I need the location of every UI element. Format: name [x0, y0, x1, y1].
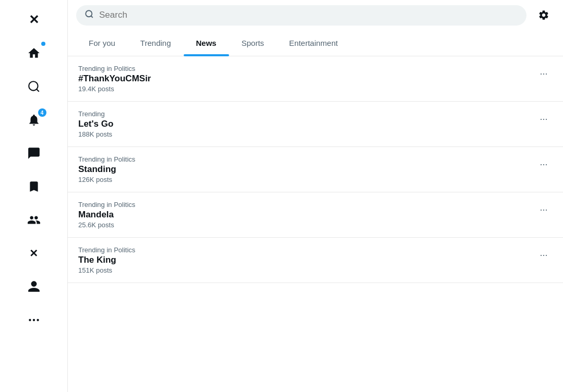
trending-info-3: Trending in Politics Mandela 25.6K posts	[78, 201, 135, 229]
sidebar: ✕ 4 ✕	[0, 0, 68, 392]
trending-title-3: Mandela	[78, 210, 135, 220]
more-button-4[interactable]: ···	[535, 246, 553, 264]
tab-entertainment[interactable]: Entertainment	[277, 30, 350, 56]
main-content: For you Trending News Sports Entertainme…	[68, 0, 563, 392]
sidebar-item-x-logo[interactable]: ✕	[18, 4, 50, 35]
more-button-3[interactable]: ···	[535, 201, 553, 218]
trending-category-3: Trending in Politics	[78, 201, 135, 209]
sidebar-item-bookmarks[interactable]	[18, 171, 50, 202]
tab-trending[interactable]: Trending	[128, 30, 184, 56]
tabs-bar: For you Trending News Sports Entertainme…	[68, 30, 563, 56]
more-button-0[interactable]: ···	[535, 65, 553, 82]
header	[68, 0, 563, 30]
more-button-1[interactable]: ···	[535, 110, 553, 128]
trending-title-0: #ThankYouCMSir	[78, 74, 151, 84]
trending-item-0[interactable]: Trending in Politics #ThankYouCMSir 19.4…	[68, 56, 563, 102]
svg-point-0	[29, 81, 38, 90]
sidebar-item-profile[interactable]	[18, 271, 50, 302]
trending-category-0: Trending in Politics	[78, 65, 151, 72]
trending-title-2: Standing	[78, 164, 135, 175]
tab-for-you[interactable]: For you	[76, 30, 128, 56]
trending-item-3[interactable]: Trending in Politics Mandela 25.6K posts…	[68, 192, 563, 238]
more-button-2[interactable]: ···	[535, 155, 553, 173]
notifications-badge: 4	[38, 108, 46, 117]
search-input[interactable]	[99, 10, 518, 20]
search-bar[interactable]	[76, 5, 526, 26]
svg-point-4	[37, 319, 39, 321]
trending-posts-2: 126K posts	[78, 176, 135, 183]
trending-item-1[interactable]: Trending Let's Go 188K posts ···	[68, 102, 563, 147]
tab-sports[interactable]: Sports	[229, 30, 277, 56]
svg-point-3	[32, 319, 34, 321]
tab-news[interactable]: News	[184, 30, 229, 56]
trending-info-0: Trending in Politics #ThankYouCMSir 19.4…	[78, 65, 151, 93]
svg-line-6	[91, 16, 92, 17]
trending-posts-4: 151K posts	[78, 266, 135, 274]
sidebar-item-more[interactable]	[18, 304, 50, 336]
sidebar-item-premium[interactable]: ✕	[18, 238, 50, 269]
sidebar-item-notifications[interactable]: 4	[18, 104, 50, 136]
trending-list: Trending in Politics #ThankYouCMSir 19.4…	[68, 56, 563, 392]
trending-posts-3: 25.6K posts	[78, 221, 135, 229]
settings-button[interactable]	[533, 4, 555, 26]
trending-info-4: Trending in Politics The King 151K posts	[78, 246, 135, 274]
trending-category-1: Trending	[78, 110, 113, 118]
search-icon	[85, 9, 94, 21]
sidebar-item-messages[interactable]	[18, 138, 50, 169]
svg-point-5	[86, 10, 92, 17]
sidebar-item-communities[interactable]	[18, 204, 50, 236]
svg-point-2	[29, 319, 31, 321]
trending-info-1: Trending Let's Go 188K posts	[78, 110, 113, 138]
trending-item-2[interactable]: Trending in Politics Standing 126K posts…	[68, 147, 563, 192]
trending-category-4: Trending in Politics	[78, 246, 135, 254]
trending-title-4: The King	[78, 255, 135, 265]
sidebar-item-home[interactable]	[18, 38, 50, 69]
sidebar-item-search[interactable]	[18, 71, 50, 102]
home-notification-dot	[41, 42, 45, 46]
trending-title-1: Let's Go	[78, 119, 113, 129]
trending-posts-0: 19.4K posts	[78, 85, 151, 93]
trending-item-4[interactable]: Trending in Politics The King 151K posts…	[68, 238, 563, 283]
svg-line-1	[37, 89, 39, 92]
trending-posts-1: 188K posts	[78, 130, 113, 138]
trending-category-2: Trending in Politics	[78, 155, 135, 163]
trending-info-2: Trending in Politics Standing 126K posts	[78, 155, 135, 183]
